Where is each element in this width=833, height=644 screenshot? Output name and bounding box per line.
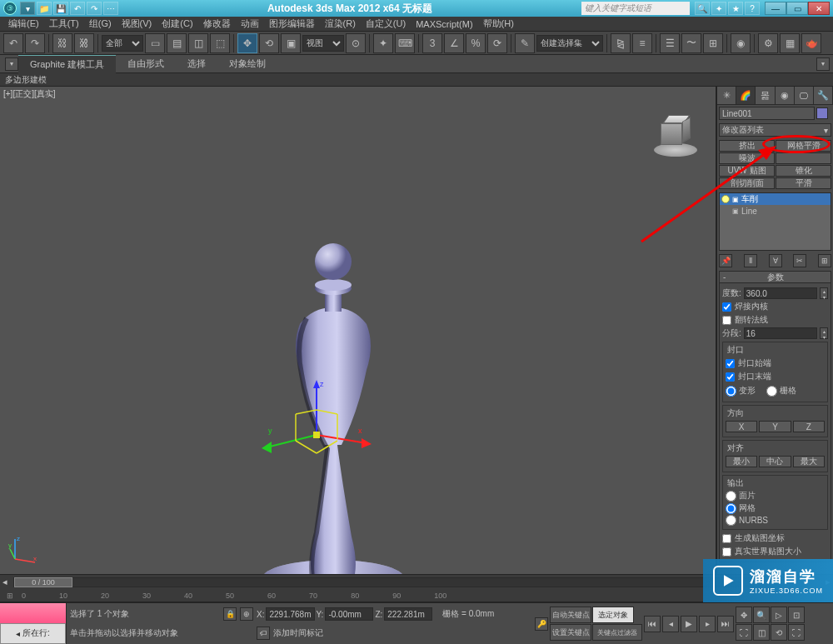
play-icon[interactable]: ▶ — [681, 616, 697, 632]
menu-customize[interactable]: 自定义(U) — [361, 17, 411, 30]
utilities-panel-tab[interactable]: 🔧 — [814, 87, 833, 104]
time-slider-track[interactable]: 0 / 100 — [13, 577, 820, 587]
nav-zoom-icon[interactable]: 🔍 — [753, 607, 770, 623]
ref-coord-dropdown[interactable]: 视图 — [302, 35, 344, 52]
ribbon-tab-graphite[interactable]: Graphite 建模工具 — [18, 55, 116, 73]
mod-button-noise[interactable]: 噪波 — [719, 152, 775, 164]
bulb-icon[interactable] — [721, 195, 730, 203]
mod-button-extrude[interactable]: 挤出 — [719, 140, 775, 152]
flip-normals-checkbox[interactable] — [722, 316, 731, 325]
absolute-mode-icon[interactable]: ⊕ — [240, 607, 253, 621]
unlink-icon[interactable]: ⛓̸ — [74, 33, 94, 53]
menu-views[interactable]: 视图(V) — [117, 17, 157, 30]
prev-frame-icon[interactable]: ◂ — [662, 616, 679, 632]
align-min-button[interactable]: 最小 — [726, 456, 757, 467]
real-world-checkbox[interactable] — [722, 547, 731, 557]
show-end-result-icon[interactable]: Ⅱ — [744, 254, 757, 267]
search-icon[interactable]: 🔍 — [695, 2, 710, 15]
stack-item-line[interactable]: ▣ Line — [720, 205, 831, 217]
cap-start-checkbox[interactable] — [726, 359, 735, 368]
menu-rendering[interactable]: 渲染(R) — [320, 17, 361, 30]
rendered-frame-icon[interactable]: ▦ — [780, 33, 800, 53]
app-icon[interactable]: ③ — [3, 2, 17, 15]
edit-named-sel-icon[interactable]: ✎ — [515, 33, 535, 53]
ribbon-expand-icon[interactable]: ▾ — [5, 57, 18, 71]
selection-filter-dropdown[interactable]: 全部 — [102, 35, 143, 52]
next-frame-icon[interactable]: ▸ — [699, 616, 716, 632]
align-center-button[interactable]: 中心 — [759, 456, 791, 467]
stack-item-lathe[interactable]: ▣ 车削 — [720, 193, 831, 205]
time-slider-thumb[interactable]: 0 / 100 — [14, 577, 72, 587]
angle-snap-icon[interactable]: ∠ — [444, 33, 464, 53]
axis-x-button[interactable]: X — [726, 421, 757, 432]
grid-radio[interactable] — [766, 386, 777, 397]
selection-lock-icon[interactable]: 🔒 — [223, 607, 237, 621]
rollout-header[interactable]: -参数 — [720, 272, 831, 283]
output-mesh-radio[interactable] — [726, 503, 736, 514]
viewcube[interactable] — [651, 110, 701, 160]
window-crossing-icon[interactable]: ⬚ — [210, 33, 230, 53]
use-pivot-icon[interactable]: ⊙ — [346, 33, 366, 53]
curve-editor-icon[interactable]: 〜 — [681, 33, 701, 53]
motion-panel-tab[interactable]: ◉ — [776, 87, 795, 104]
goto-start-icon[interactable]: ⏮ — [644, 616, 661, 632]
snap-toggle-icon[interactable]: 3 — [422, 33, 442, 53]
qat-more-icon[interactable]: ⋯ — [103, 2, 118, 15]
select-by-name-icon[interactable]: ▤ — [167, 33, 187, 53]
spinner-arrows-icon[interactable]: ▴▾ — [820, 287, 828, 299]
mod-button-smooth[interactable]: 平滑 — [776, 177, 831, 189]
key-filters-button[interactable]: 关键点过滤器 — [592, 624, 642, 641]
remove-modifier-icon[interactable]: ✂ — [793, 254, 806, 267]
menu-group[interactable]: 组(G) — [84, 17, 117, 30]
menu-create[interactable]: 创建(C) — [157, 17, 197, 30]
nav-region-zoom-icon[interactable]: ◫ — [753, 624, 770, 641]
layers-icon[interactable]: ☰ — [660, 33, 680, 53]
viewport-label[interactable]: [+][正交][真实] — [3, 88, 56, 100]
menu-maxscript[interactable]: MAXScript(M) — [411, 19, 477, 29]
nav-orbit-icon[interactable]: ⟲ — [771, 624, 787, 641]
mod-button-empty[interactable] — [776, 152, 831, 164]
select-object-icon[interactable]: ▭ — [145, 33, 165, 53]
mirror-icon[interactable]: ⧎ — [611, 33, 631, 53]
select-scale-icon[interactable]: ▣ — [281, 33, 301, 53]
set-key-button[interactable]: 设置关键点 — [550, 624, 591, 641]
close-button[interactable]: ✕ — [808, 2, 830, 15]
menu-graph-editors[interactable]: 图形编辑器 — [264, 17, 320, 30]
qat-redo-icon[interactable]: ↷ — [87, 2, 102, 15]
qat-undo-icon[interactable]: ↶ — [70, 2, 85, 15]
modifier-stack[interactable]: ▣ 车削 ▣ Line — [719, 192, 831, 251]
nav-pan-icon[interactable]: ✥ — [736, 607, 752, 623]
menu-tools[interactable]: 工具(T) — [44, 17, 84, 30]
move-gizmo[interactable]: z x y — [250, 377, 383, 477]
nav-maximize-icon[interactable]: ⛶ — [788, 624, 805, 641]
morph-radio[interactable] — [726, 386, 736, 397]
named-selection-dropdown[interactable]: 创建选择集 — [536, 35, 603, 52]
modify-panel-tab[interactable]: 🌈 — [736, 87, 756, 104]
comm-center-icon[interactable]: ✦ — [711, 2, 726, 15]
mod-button-uvwmap[interactable]: UVW 贴图 — [719, 165, 775, 177]
goto-end-icon[interactable]: ⏭ — [717, 616, 734, 632]
qat-open-icon[interactable]: 📁 — [37, 2, 52, 15]
modifier-list-dropdown[interactable]: 修改器列表▾ — [719, 123, 831, 137]
select-region-icon[interactable]: ◫ — [188, 33, 208, 53]
mod-button-taper[interactable]: 锥化 — [776, 165, 831, 177]
link-icon[interactable]: ⛓ — [52, 33, 72, 53]
nav-zoom-extents-icon[interactable]: ⛶ — [736, 624, 752, 641]
align-icon[interactable]: ≡ — [632, 33, 652, 53]
qat-new-icon[interactable]: ▾ — [20, 2, 35, 15]
weld-core-checkbox[interactable] — [722, 302, 731, 312]
render-icon[interactable]: 🫖 — [801, 33, 821, 53]
coord-z-field[interactable]: 222.281m — [384, 607, 432, 621]
selected-dropdown[interactable]: 选定对象 — [592, 607, 634, 623]
spinner-arrows-icon[interactable]: ▴▾ — [820, 327, 828, 339]
segments-spinner[interactable]: 16 — [744, 327, 817, 339]
mod-button-meshsmooth[interactable]: 网格平滑 — [776, 140, 831, 152]
hierarchy-panel-tab[interactable]: 몲 — [756, 87, 775, 104]
viewport[interactable]: [+][正交][真实] — [0, 87, 716, 574]
menu-help[interactable]: 帮助(H) — [478, 17, 519, 30]
degrees-spinner[interactable]: 360.0 — [744, 287, 817, 299]
object-name-field[interactable]: Line001 — [719, 107, 815, 120]
coord-y-field[interactable]: -0.00mm — [325, 607, 373, 621]
cap-end-checkbox[interactable] — [726, 372, 735, 382]
minimize-button[interactable]: — — [765, 2, 786, 15]
